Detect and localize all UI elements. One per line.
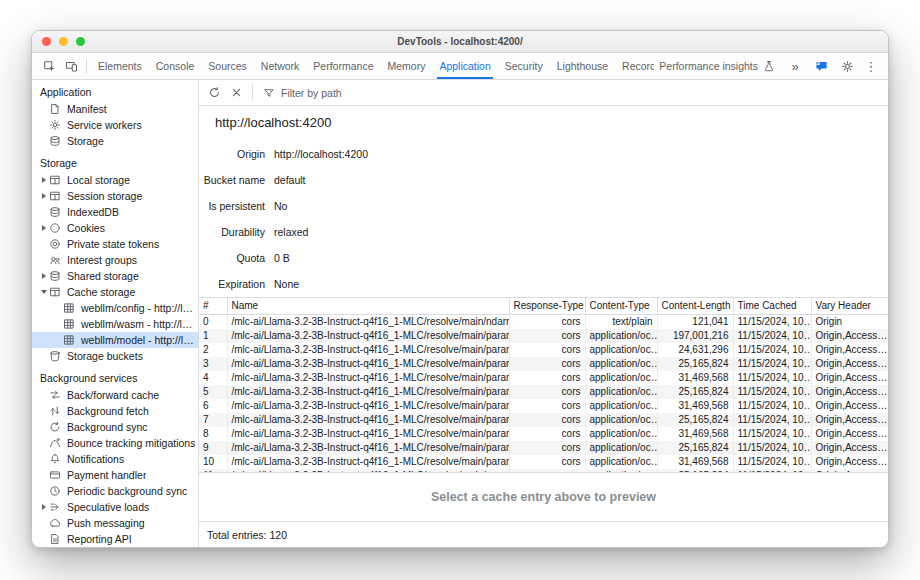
tab-security[interactable]: Security bbox=[498, 53, 550, 79]
tab-console[interactable]: Console bbox=[149, 53, 202, 79]
cache-entry-row[interactable]: 8/mlc-ai/Llama-3.2-3B-Instruct-q4f16_1-M… bbox=[199, 427, 888, 441]
bucket-icon bbox=[49, 350, 64, 362]
filter-input[interactable] bbox=[281, 87, 883, 99]
tab-sources[interactable]: Sources bbox=[201, 53, 254, 79]
sidebar-item-webllm-config-http-loc[interactable]: webllm/config - http://loc… bbox=[32, 300, 198, 316]
sidebar-item-periodic-background-sync[interactable]: Periodic background sync bbox=[32, 483, 198, 499]
sidebar-item-background-sync[interactable]: Background sync bbox=[32, 419, 198, 435]
chevron-right-icon[interactable] bbox=[38, 273, 49, 279]
refresh-icon[interactable] bbox=[204, 83, 224, 103]
cell-num: 4 bbox=[199, 371, 227, 385]
sidebar-item-push-messaging[interactable]: Push messaging bbox=[32, 515, 198, 531]
cache-entry-row[interactable]: 2/mlc-ai/Llama-3.2-3B-Instruct-q4f16_1-M… bbox=[199, 343, 888, 357]
cache-entry-row[interactable]: 4/mlc-ai/Llama-3.2-3B-Instruct-q4f16_1-M… bbox=[199, 371, 888, 385]
column-header-vary-header[interactable]: Vary Header bbox=[811, 298, 888, 314]
column-header-time-cached[interactable]: Time Cached bbox=[733, 298, 811, 314]
cache-entry-row[interactable]: 10/mlc-ai/Llama-3.2-3B-Instruct-q4f16_1-… bbox=[199, 455, 888, 469]
cell-response_type: cors bbox=[509, 371, 585, 385]
tab-application[interactable]: Application bbox=[432, 53, 497, 79]
chevron-right-icon[interactable] bbox=[38, 193, 49, 199]
cache-entry-row[interactable]: 0/mlc-ai/Llama-3.2-3B-Instruct-q4f16_1-M… bbox=[199, 314, 888, 329]
sidebar-item-notifications[interactable]: Notifications bbox=[32, 451, 198, 467]
cache-entry-row[interactable]: 9/mlc-ai/Llama-3.2-3B-Instruct-q4f16_1-M… bbox=[199, 441, 888, 455]
cell-time_cached: 11/15/2024, 10… bbox=[733, 343, 811, 357]
sidebar-item-session-storage[interactable]: Session storage bbox=[32, 188, 198, 204]
sidebar-item-shared-storage[interactable]: Shared storage bbox=[32, 268, 198, 284]
cache-entry-row[interactable]: 3/mlc-ai/Llama-3.2-3B-Instruct-q4f16_1-M… bbox=[199, 357, 888, 371]
sidebar-item-cookies[interactable]: Cookies bbox=[32, 220, 198, 236]
sidebar-item-cache-storage[interactable]: Cache storage bbox=[32, 284, 198, 300]
tab-network[interactable]: Network bbox=[254, 53, 307, 79]
cache-entry-row[interactable]: 5/mlc-ai/Llama-3.2-3B-Instruct-q4f16_1-M… bbox=[199, 385, 888, 399]
device-toolbar-icon[interactable] bbox=[60, 56, 82, 76]
tab-recorder[interactable]: Recorder bbox=[615, 53, 654, 79]
cell-content_length: 25,165,824 bbox=[657, 357, 733, 371]
bell-icon bbox=[49, 453, 64, 465]
cell-response_type: cors bbox=[509, 343, 585, 357]
tab-performance[interactable]: Performance bbox=[306, 53, 380, 79]
sidebar-item-payment-handler[interactable]: Payment handler bbox=[32, 467, 198, 483]
filter-box bbox=[261, 83, 883, 103]
cell-content_length: 121,041 bbox=[657, 314, 733, 329]
table-icon bbox=[49, 174, 64, 186]
token-icon bbox=[49, 238, 64, 250]
chevron-down-icon[interactable] bbox=[38, 290, 49, 294]
cell-time_cached: 11/15/2024, 10… bbox=[733, 314, 811, 329]
issues-badge[interactable]: 3 bbox=[808, 56, 834, 76]
column-header-name[interactable]: Name bbox=[227, 298, 509, 314]
sidebar-item-bounce-tracking-mitigations[interactable]: Bounce tracking mitigations bbox=[32, 435, 198, 451]
sidebar-item-label: Local storage bbox=[64, 174, 130, 186]
cell-time_cached: 11/15/2024, 10… bbox=[733, 357, 811, 371]
total-entries-label: Total entries: 120 bbox=[207, 529, 287, 541]
cache-entry-row[interactable]: 6/mlc-ai/Llama-3.2-3B-Instruct-q4f16_1-M… bbox=[199, 399, 888, 413]
sidebar-item-local-storage[interactable]: Local storage bbox=[32, 172, 198, 188]
chevron-right-icon[interactable] bbox=[38, 225, 49, 231]
cell-response_type: cors bbox=[509, 455, 585, 469]
delete-selected-icon[interactable] bbox=[226, 83, 246, 103]
application-sidebar: ApplicationManifestService workersStorag… bbox=[32, 80, 199, 547]
sidebar-item-label: webllm/config - http://loc… bbox=[78, 302, 198, 314]
close-window-button[interactable] bbox=[42, 37, 51, 46]
minimize-window-button[interactable] bbox=[59, 37, 68, 46]
tab-performance-insights[interactable]: Performance insights bbox=[654, 56, 782, 76]
tab-memory[interactable]: Memory bbox=[380, 53, 432, 79]
cell-num: 5 bbox=[199, 385, 227, 399]
sidebar-item-speculative-loads[interactable]: Speculative loads bbox=[32, 499, 198, 515]
back-forward-cache-icon bbox=[49, 389, 64, 401]
sidebar-item-storage-buckets[interactable]: Storage buckets bbox=[32, 348, 198, 364]
cache-entry-row[interactable]: 1/mlc-ai/Llama-3.2-3B-Instruct-q4f16_1-M… bbox=[199, 329, 888, 343]
database-icon bbox=[49, 270, 64, 282]
sidebar-item-interest-groups[interactable]: Interest groups bbox=[32, 252, 198, 268]
sidebar-item-indexeddb[interactable]: IndexedDB bbox=[32, 204, 198, 220]
sidebar-item-service-workers[interactable]: Service workers bbox=[32, 117, 198, 133]
tab-elements[interactable]: Elements bbox=[91, 53, 149, 79]
column-header-content-type[interactable]: Content-Type bbox=[585, 298, 657, 314]
sidebar-item-webllm-model-http-loc[interactable]: webllm/model - http://loc… bbox=[32, 332, 198, 348]
column-header-content-length[interactable]: Content-Length bbox=[657, 298, 733, 314]
tab-lighthouse[interactable]: Lighthouse bbox=[550, 53, 615, 79]
inspect-icon[interactable] bbox=[38, 56, 60, 76]
sidebar-item-background-fetch[interactable]: Background fetch bbox=[32, 403, 198, 419]
sidebar-item-reporting-api[interactable]: Reporting API bbox=[32, 531, 198, 547]
kebab-menu-icon[interactable]: ⋮ bbox=[860, 56, 882, 76]
chevron-right-icon[interactable] bbox=[38, 177, 49, 183]
settings-gear-icon[interactable] bbox=[836, 56, 858, 76]
sidebar-item-label: Storage buckets bbox=[64, 350, 143, 362]
more-tabs-chevron-icon[interactable]: » bbox=[784, 56, 806, 76]
sidebar-item-back-forward-cache[interactable]: Back/forward cache bbox=[32, 387, 198, 403]
zoom-window-button[interactable] bbox=[76, 37, 85, 46]
chevron-right-icon[interactable] bbox=[38, 504, 49, 510]
cache-entry-row[interactable]: 7/mlc-ai/Llama-3.2-3B-Instruct-q4f16_1-M… bbox=[199, 413, 888, 427]
metadata-value-is-persistent: No bbox=[274, 193, 888, 219]
cell-response_type: cors bbox=[509, 385, 585, 399]
sidebar-item-storage[interactable]: Storage bbox=[32, 133, 198, 149]
metadata-label-durability: Durability bbox=[199, 219, 265, 245]
cell-response_type: cors bbox=[509, 427, 585, 441]
cell-content_type: application/oc… bbox=[585, 427, 657, 441]
column-header-index[interactable]: # bbox=[199, 298, 227, 314]
column-header-response-type[interactable]: Response-Type bbox=[509, 298, 585, 314]
sidebar-item-manifest[interactable]: Manifest bbox=[32, 101, 198, 117]
sidebar-item-webllm-wasm-http-loca[interactable]: webllm/wasm - http://loca… bbox=[32, 316, 198, 332]
cell-content_length: 25,165,824 bbox=[657, 385, 733, 399]
sidebar-item-private-state-tokens[interactable]: Private state tokens bbox=[32, 236, 198, 252]
